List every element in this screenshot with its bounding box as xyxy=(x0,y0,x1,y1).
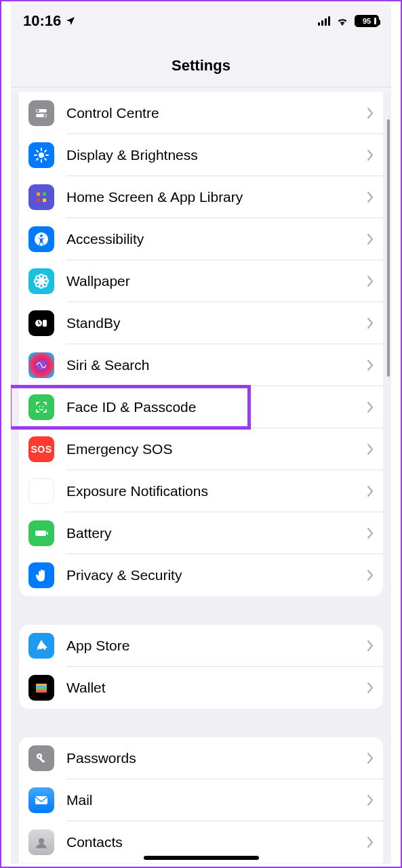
settings-row-display[interactable]: Display & Brightness xyxy=(19,134,383,176)
row-label: Emergency SOS xyxy=(66,441,367,457)
settings-row-passwords[interactable]: Passwords xyxy=(19,737,383,779)
clock-widget-icon xyxy=(28,310,54,336)
settings-row-siri[interactable]: Siri & Search xyxy=(19,344,383,386)
row-label: Exposure Notifications xyxy=(66,483,367,499)
row-label: Face ID & Passcode xyxy=(66,399,367,415)
chevron-right-icon xyxy=(367,276,374,287)
settings-row-control-centre[interactable]: Control Centre xyxy=(19,92,383,134)
page-title: Settings xyxy=(11,38,391,87)
row-label: Passwords xyxy=(66,750,367,766)
battery-icon xyxy=(28,520,54,546)
settings-row-wallpaper[interactable]: Wallpaper xyxy=(19,260,383,302)
status-bar: 10:16 95 xyxy=(11,4,391,38)
chevron-right-icon xyxy=(367,837,374,848)
accessibility-icon xyxy=(28,226,54,252)
row-label: App Store xyxy=(66,638,367,654)
cellular-signal-icon xyxy=(318,16,330,26)
key-icon xyxy=(28,745,54,771)
settings-row-exposure[interactable]: Exposure Notifications xyxy=(19,470,383,512)
settings-row-battery[interactable]: Battery xyxy=(19,512,383,554)
settings-row-accessibility[interactable]: Accessibility xyxy=(19,218,383,260)
settings-group: Control CentreDisplay & BrightnessHome S… xyxy=(19,92,383,596)
faceid-icon xyxy=(28,394,54,420)
chevron-right-icon xyxy=(367,444,374,455)
settings-group: PasswordsMailContacts xyxy=(19,737,383,863)
chevron-right-icon xyxy=(367,570,374,581)
mail-icon xyxy=(28,787,54,813)
row-label: Wallet xyxy=(66,680,367,696)
row-label: Privacy & Security xyxy=(66,567,367,583)
status-time: 10:16 xyxy=(23,12,61,30)
contacts-icon xyxy=(28,829,54,855)
chevron-right-icon xyxy=(367,486,374,497)
chevron-right-icon xyxy=(367,192,374,203)
home-indicator[interactable] xyxy=(144,856,259,860)
chevron-right-icon xyxy=(367,108,374,119)
battery-indicator: 95 xyxy=(355,15,379,27)
grid-icon xyxy=(28,184,54,210)
chevron-right-icon xyxy=(367,795,374,806)
settings-row-sos[interactable]: SOSEmergency SOS xyxy=(19,428,383,470)
chevron-right-icon xyxy=(367,402,374,413)
chevron-right-icon xyxy=(367,150,374,161)
appstore-icon xyxy=(28,633,54,659)
row-label: Control Centre xyxy=(66,105,367,121)
row-label: Wallpaper xyxy=(66,273,367,289)
row-label: Accessibility xyxy=(66,231,367,247)
settings-row-appstore[interactable]: App Store xyxy=(19,625,383,667)
chevron-right-icon xyxy=(367,360,374,371)
settings-row-standby[interactable]: StandBy xyxy=(19,302,383,344)
virus-icon xyxy=(28,478,54,504)
chevron-right-icon xyxy=(367,318,374,329)
row-label: Display & Brightness xyxy=(66,147,367,163)
chevron-right-icon xyxy=(367,640,374,651)
chevron-right-icon xyxy=(367,753,374,764)
siri-icon xyxy=(28,352,54,378)
chevron-right-icon xyxy=(367,528,374,539)
settings-row-privacy[interactable]: Privacy & Security xyxy=(19,554,383,596)
flower-icon xyxy=(28,268,54,294)
settings-screen: 10:16 95 Settings Control CentreDisplay … xyxy=(11,4,391,864)
row-label: Mail xyxy=(66,792,367,808)
settings-row-home-screen[interactable]: Home Screen & App Library xyxy=(19,176,383,218)
row-label: Siri & Search xyxy=(66,357,367,373)
settings-row-faceid[interactable]: Face ID & Passcode xyxy=(19,386,383,428)
row-label: Battery xyxy=(66,525,367,541)
wallet-icon xyxy=(28,675,54,701)
switches-icon xyxy=(28,100,54,126)
settings-row-mail[interactable]: Mail xyxy=(19,779,383,821)
row-label: StandBy xyxy=(66,315,367,331)
chevron-right-icon xyxy=(367,234,374,245)
row-label: Contacts xyxy=(66,834,367,850)
scrollbar[interactable] xyxy=(387,119,390,377)
settings-group: App StoreWallet xyxy=(19,625,383,709)
wifi-icon xyxy=(336,16,349,26)
sun-icon xyxy=(28,142,54,168)
settings-list[interactable]: Control CentreDisplay & BrightnessHome S… xyxy=(11,92,391,864)
settings-row-wallet[interactable]: Wallet xyxy=(19,667,383,709)
chevron-right-icon xyxy=(367,682,374,693)
sos-icon: SOS xyxy=(28,436,54,462)
row-label: Home Screen & App Library xyxy=(66,189,367,205)
location-icon xyxy=(65,16,76,26)
hand-icon xyxy=(28,562,54,588)
